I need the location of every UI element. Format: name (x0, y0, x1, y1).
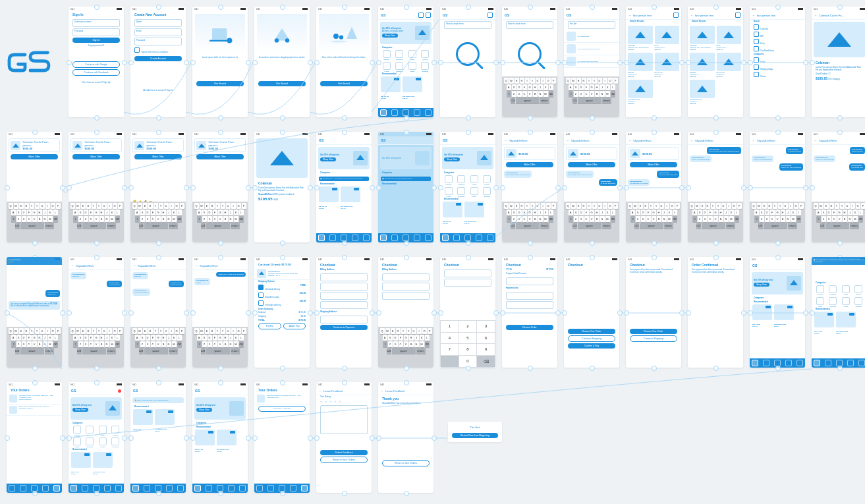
key-j[interactable]: J (105, 210, 109, 215)
key-p[interactable]: P (180, 203, 184, 209)
key-⇧[interactable]: ⇧ (507, 216, 511, 222)
key-return[interactable]: return (788, 223, 797, 229)
key-f[interactable]: F (832, 210, 837, 215)
key-n[interactable]: N (848, 216, 852, 222)
rec-card[interactable]: The North Face$29.99 (217, 430, 237, 453)
result-card[interactable]: The North FaceWawona 4$269.95 (628, 80, 653, 105)
key-o[interactable]: O (422, 328, 427, 334)
key-w[interactable]: W (385, 328, 390, 334)
search-input[interactable]: four per (568, 21, 615, 29)
key-n[interactable]: N (167, 216, 171, 222)
key-v[interactable]: V (218, 341, 223, 347)
key-space[interactable]: space (764, 223, 787, 229)
key-g[interactable]: G (156, 335, 161, 341)
key-g[interactable]: G (837, 210, 842, 215)
key-a[interactable]: A (11, 335, 16, 341)
filter-brand[interactable]: The North Face (754, 45, 801, 53)
key-l[interactable]: L (239, 335, 244, 341)
key-x[interactable]: X (84, 341, 88, 347)
key-b[interactable]: B (99, 341, 104, 347)
key-e[interactable]: E (638, 203, 643, 209)
key-u[interactable]: U (845, 203, 850, 209)
key-t[interactable]: T (215, 203, 220, 209)
key-k[interactable]: K (234, 335, 238, 341)
key-⇧[interactable]: ⇧ (507, 91, 511, 97)
key-r[interactable]: R (767, 203, 772, 209)
key-p[interactable]: P (613, 203, 618, 209)
key-123[interactable]: 123 (696, 223, 701, 229)
key-return[interactable]: return (107, 223, 116, 229)
key-f[interactable]: F (522, 210, 527, 215)
key-i[interactable]: I (851, 203, 855, 209)
key-p[interactable]: P (56, 203, 61, 209)
key-b[interactable]: B (223, 341, 228, 347)
key-space[interactable]: space (20, 348, 44, 354)
key-return[interactable]: return (664, 223, 673, 229)
key-o[interactable]: O (794, 203, 798, 209)
key-k[interactable]: K (234, 210, 238, 215)
key-i[interactable]: I (727, 203, 731, 209)
key-123[interactable]: 123 (15, 348, 20, 354)
key-p[interactable]: P (675, 203, 680, 209)
key-o[interactable]: O (670, 203, 675, 209)
tab-profile[interactable] (425, 109, 432, 116)
key-x[interactable]: X (765, 216, 769, 222)
key-a[interactable]: A (569, 210, 573, 215)
key-e[interactable]: E (700, 203, 705, 209)
key-123[interactable]: 123 (572, 98, 577, 103)
key-v[interactable]: V (32, 341, 37, 347)
key-s[interactable]: S (16, 210, 21, 215)
email-input[interactable]: Email (134, 28, 182, 36)
key-j[interactable]: J (600, 210, 605, 215)
key-123[interactable]: 123 (387, 348, 391, 354)
key-e[interactable]: E (515, 78, 519, 84)
category-footwear[interactable]: Footwear (456, 175, 468, 186)
key-z[interactable]: Z (16, 341, 21, 347)
key-r[interactable]: R (86, 328, 91, 334)
key-⌫[interactable]: ⌫ (115, 216, 120, 222)
key-g[interactable]: G (652, 210, 656, 215)
key-z[interactable]: Z (698, 216, 702, 222)
key-f[interactable]: F (399, 335, 403, 341)
key-return[interactable]: return (107, 348, 116, 354)
key-g[interactable]: G (528, 84, 532, 90)
key-q[interactable]: Q (504, 203, 509, 209)
key-s[interactable]: S (698, 210, 702, 215)
key-t[interactable]: T (711, 203, 715, 209)
rec-card[interactable]: REI Co-op$79.50 (133, 409, 153, 432)
category-fishing[interactable]: Fishing (110, 426, 122, 436)
key-f[interactable]: F (770, 210, 775, 215)
tab-notif[interactable] (414, 109, 420, 116)
key-s[interactable]: S (78, 210, 83, 215)
key-v[interactable]: V (404, 341, 408, 347)
result-card[interactable]: KeltyGrand Mesa 4$159.95 (655, 26, 680, 51)
key-⇧[interactable]: ⇧ (630, 216, 635, 222)
key-y[interactable]: Y (97, 203, 101, 209)
key-d[interactable]: D (579, 210, 584, 215)
key-⌫[interactable]: ⌫ (239, 341, 244, 347)
key-g[interactable]: G (528, 210, 532, 215)
key-y[interactable]: Y (221, 328, 225, 334)
key-space[interactable]: space (392, 348, 416, 354)
key-b[interactable]: B (223, 216, 228, 222)
key-z[interactable]: Z (140, 341, 145, 347)
key-y[interactable]: Y (716, 203, 721, 209)
filter-cat[interactable]: Sleeping Bags (754, 64, 801, 71)
key-return[interactable]: return (602, 98, 611, 103)
key-⌫[interactable]: ⌫ (177, 216, 182, 222)
feedback-textarea[interactable] (320, 405, 368, 434)
key-q[interactable]: Q (9, 328, 13, 334)
key-x[interactable]: X (827, 216, 831, 222)
key-s[interactable]: S (574, 84, 578, 90)
continue-shopping-button[interactable]: Continue Shopping (568, 335, 615, 342)
key-j[interactable]: J (229, 210, 233, 215)
key-k[interactable]: K (544, 210, 548, 215)
category-outdoor[interactable]: Outdoor (814, 285, 826, 296)
key-⌫[interactable]: ⌫ (177, 341, 182, 347)
key-n[interactable]: N (600, 216, 605, 222)
key-i[interactable]: I (541, 78, 545, 84)
key-y[interactable]: Y (530, 203, 535, 209)
category-camping[interactable]: Camping (394, 62, 406, 72)
rec-card[interactable]: REI Co-op$79.50 (814, 312, 834, 335)
rec-card[interactable]: The North Face$29.99 (464, 202, 484, 225)
